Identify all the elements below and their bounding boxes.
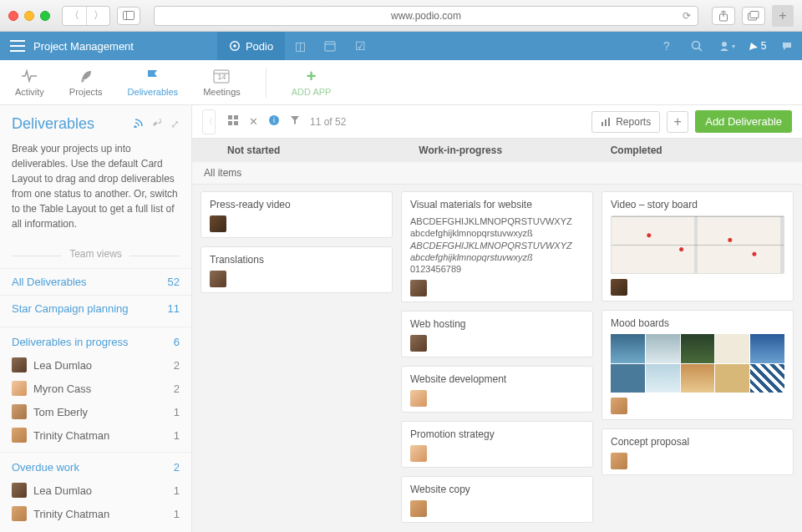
card-avatars [611,398,784,414]
card-title: Translations [210,254,383,266]
svg-rect-0 [124,12,135,20]
browser-chrome: 〈 〉 www.podio.com ⟳ + [0,0,802,32]
sidebar-person-row[interactable]: Myron Cass2 [0,377,191,400]
sidebar-link-all[interactable]: All Deliverables 52 [0,268,191,295]
person-count: 1 [174,429,180,442]
person-count: 1 [174,484,180,497]
maximize-window-button[interactable] [40,11,50,21]
nav-deliverables[interactable]: Deliverables [128,68,179,97]
plus-icon: + [307,68,317,84]
nav-projects[interactable]: Projects [69,68,103,97]
card-avatars [410,335,584,352]
link-count: 11 [168,302,180,315]
kanban-card[interactable]: Mood boards [602,310,794,420]
content-area: 〈 ✕ i 11 of 52 Reports + [192,105,802,532]
kanban-card[interactable]: Translations [200,246,393,293]
workspace-title[interactable]: Project Management [33,40,134,53]
settings-icon[interactable]: ✕ [249,115,258,128]
svg-point-6 [233,44,236,48]
back-button[interactable]: 〈 [63,7,86,25]
kanban-card[interactable]: Promotion strategy [401,421,593,468]
kanban-card[interactable]: Web hosting [401,311,593,357]
reports-icon [601,117,611,127]
collapse-sidebar-button[interactable]: 〈 [202,109,216,134]
person-name: Lea Dumlao [33,359,167,372]
info-icon[interactable]: i [268,114,280,129]
avatar [12,428,27,443]
nav-back-forward: 〈 〉 [62,6,110,26]
column-completed: Video – story boardMood boardsConcept pr… [602,191,794,525]
add-widget-button[interactable]: + [667,111,688,133]
wrench-icon[interactable] [152,118,162,130]
nav-label: Meetings [203,87,241,97]
add-deliverable-button[interactable]: Add Deliverable [695,110,792,133]
reports-button[interactable]: Reports [591,111,660,133]
card-title: Press-ready video [210,199,383,210]
nav-label: Deliverables [128,87,179,97]
window-controls [8,11,50,21]
notifications-icon[interactable]: 5 [742,32,772,60]
svg-rect-15 [234,115,238,119]
chat-icon[interactable] [772,32,802,60]
share-button[interactable] [712,7,735,25]
avatar [611,453,627,469]
tasks-icon[interactable]: ☑ [345,32,375,60]
menu-icon[interactable] [10,40,25,52]
person-count: 2 [174,383,180,395]
add-app-button[interactable]: + ADD APP [292,68,332,97]
all-items-row[interactable]: All items [192,162,802,185]
podio-logo[interactable]: Podio [217,32,285,60]
filter-icon[interactable] [290,115,300,128]
url-text: www.podio.com [391,10,461,22]
sidebar-person-row[interactable]: Lea Dumlao1 [0,479,191,502]
nav-meetings[interactable]: 14 Meetings [203,68,241,97]
card-title: Website development [410,373,584,385]
close-window-button[interactable] [8,11,18,21]
rocket-icon [79,68,94,84]
sidebar-person-row[interactable]: Tom Eberly1 [0,400,191,423]
person-count: 1 [174,406,180,418]
feed-icon[interactable] [134,118,144,130]
tabs-button[interactable] [742,7,765,25]
svg-rect-21 [605,119,607,126]
board-toolbar: 〈 ✕ i 11 of 52 Reports + [192,105,802,139]
card-thumbnail [611,334,784,393]
url-bar[interactable]: www.podio.com ⟳ [154,6,698,26]
kanban-card[interactable]: Website copy [401,476,593,523]
calendar-icon[interactable] [315,32,345,60]
help-icon[interactable]: ? [652,32,682,60]
avatar [410,335,427,352]
card-title: Promotion strategy [410,428,584,440]
nav-activity[interactable]: Activity [15,68,44,97]
kanban-card[interactable]: Press-ready video [200,191,393,238]
connections-icon[interactable]: ◫ [285,32,315,60]
podio-icon [229,40,241,52]
kanban-board: Press-ready videoTranslations Visual mat… [192,185,802,532]
account-icon[interactable]: ▾ [712,32,742,60]
sidebar-toggle-button[interactable] [117,7,140,25]
kanban-card[interactable]: Concept proposal [602,428,794,475]
card-avatars [210,215,383,232]
refresh-icon[interactable]: ⟳ [683,10,691,22]
sidebar-section-head[interactable]: Deliverables in progress6 [0,327,191,353]
forward-button[interactable]: 〉 [86,7,109,25]
kanban-card[interactable]: Visual materials for websiteABCDEFGHIJKL… [401,191,593,302]
minimize-window-button[interactable] [24,11,34,21]
sidebar-link-star[interactable]: Star Campaign planning 11 [0,295,191,322]
card-title: Mood boards [611,317,784,329]
sidebar-person-row[interactable]: Trinity Chatman1 [0,423,191,447]
svg-point-11 [722,42,727,47]
search-icon[interactable] [682,32,712,60]
person-name: Trinity Chatman [33,508,167,520]
layout-card-icon[interactable] [227,114,239,129]
kanban-card[interactable]: Video – story board [602,191,794,301]
sidebar-section-head[interactable]: Overdue work2 [0,452,191,479]
kanban-card[interactable]: Website development [401,366,593,413]
person-count: 2 [174,359,180,372]
sidebar-person-row[interactable]: Lea Dumlao2 [0,353,191,377]
expand-icon[interactable]: ⤢ [170,118,180,130]
sidebar-person-row[interactable]: Trinity Chatman1 [0,502,191,525]
divider [266,68,266,98]
card-avatars [611,453,784,469]
new-tab-button[interactable]: + [772,5,794,27]
